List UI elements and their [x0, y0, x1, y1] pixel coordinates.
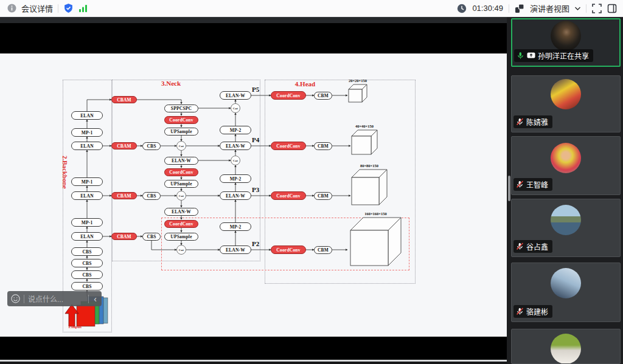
- topbar: 会议详情 01:30:49 演讲者视图: [0, 0, 623, 17]
- chevron-down-icon[interactable]: [575, 7, 580, 10]
- participant-name: 王智峰: [526, 179, 548, 190]
- meeting-details-button[interactable]: 会议详情: [21, 2, 53, 14]
- security-shield-icon[interactable]: [63, 3, 74, 13]
- participant-tile[interactable]: 骆建彬: [511, 263, 621, 322]
- avatar-cat-green-hat: [551, 334, 581, 364]
- participants-sidebar: 孙明洋正在共享陈婧雅王智峰谷占鑫骆建彬: [507, 17, 623, 364]
- participant-name-badge: 谷占鑫: [513, 240, 552, 253]
- avatar-person-sky: [551, 268, 581, 298]
- participant-name: 骆建彬: [526, 306, 548, 317]
- participant-tile[interactable]: 谷占鑫: [511, 199, 621, 257]
- participant-name: 谷占鑫: [526, 241, 548, 252]
- fullscreen-icon[interactable]: [592, 4, 602, 13]
- participant-name-badge: 王智峰: [513, 178, 552, 191]
- participant-tile[interactable]: 孙明洋正在共享: [511, 18, 621, 67]
- avatar-mountain-lake: [551, 205, 581, 235]
- chat-divider: [24, 295, 24, 303]
- chat-input[interactable]: 说点什么...: [28, 294, 85, 304]
- avatar-portrait-man: [551, 21, 581, 51]
- participant-name-badge: 陈婧雅: [513, 115, 552, 128]
- meeting-duration: 01:30:49: [472, 4, 503, 13]
- layout-view-icon: [515, 4, 524, 13]
- chat-bar[interactable]: 说点什么... ‹: [7, 291, 102, 306]
- chat-collapse-button[interactable]: ‹: [92, 295, 98, 303]
- mic-muted-icon: [516, 180, 524, 188]
- stage-bottom-strip: [0, 362, 507, 364]
- participant-name: 陈婧雅: [526, 117, 548, 127]
- side-panel-toggle-icon[interactable]: [607, 4, 617, 13]
- view-mode-button[interactable]: 演讲者视图: [530, 2, 569, 14]
- avatar-kid-yellow-shirt: [551, 143, 581, 173]
- participant-name-badge: 骆建彬: [513, 305, 552, 318]
- screen-share-icon: [527, 52, 535, 59]
- mic-muted-icon: [516, 242, 524, 250]
- mic-muted-icon: [516, 307, 524, 315]
- participant-tile[interactable]: 陈婧雅: [511, 75, 621, 132]
- emoji-icon[interactable]: [11, 294, 20, 303]
- clock-icon: [457, 4, 467, 13]
- shared-screen-stage: [0, 17, 507, 364]
- participant-tile[interactable]: [511, 329, 621, 364]
- avatar-cartoon-yellow-hood: [551, 79, 581, 109]
- stage-letterbox-top: [0, 17, 507, 23]
- info-icon: [7, 4, 16, 13]
- participant-name: 孙明洋正在共享: [538, 50, 589, 61]
- chat-divider: [88, 295, 89, 303]
- mic-on-icon: [517, 52, 524, 60]
- topbar-divider: [58, 4, 58, 13]
- participants-scrollbar[interactable]: [508, 176, 510, 201]
- mic-muted-icon: [516, 118, 524, 126]
- network-signal-icon: [78, 4, 88, 13]
- participant-name-badge: 孙明洋正在共享: [514, 49, 593, 62]
- topbar-divider: [586, 4, 586, 13]
- topbar-divider: [509, 4, 509, 13]
- participant-tile[interactable]: 王智峰: [511, 136, 621, 195]
